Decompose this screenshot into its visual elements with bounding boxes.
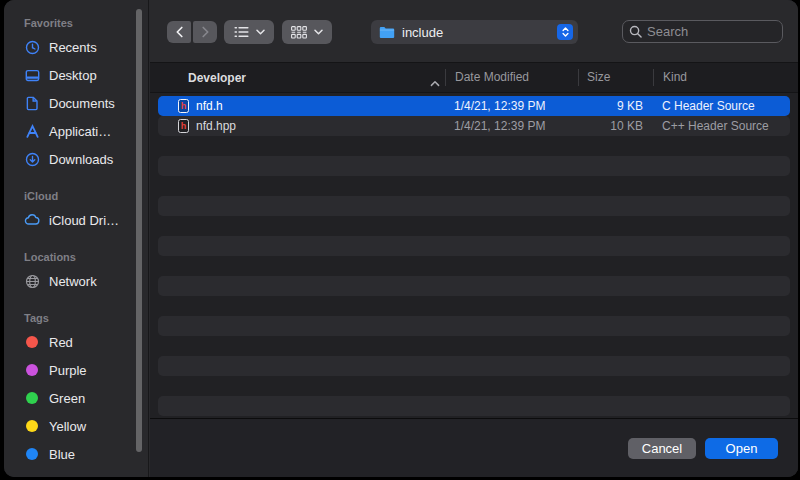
clock-icon bbox=[24, 39, 40, 55]
sidebar: Favorites Recents Desktop Documents Appl… bbox=[4, 0, 149, 477]
red-tag-icon bbox=[26, 336, 38, 348]
search-field[interactable] bbox=[622, 20, 783, 43]
file-size: 9 KB bbox=[578, 99, 653, 113]
empty-row bbox=[158, 396, 790, 416]
empty-row bbox=[158, 176, 790, 196]
empty-row bbox=[158, 276, 790, 296]
header-source-file-icon: h bbox=[178, 119, 189, 133]
sidebar-item-label: Green bbox=[49, 391, 85, 406]
sidebar-item-label: Yellow bbox=[49, 419, 86, 434]
chevron-down-icon bbox=[314, 29, 323, 35]
sidebar-item-tag-blue[interactable]: Blue bbox=[4, 440, 148, 468]
empty-row bbox=[158, 356, 790, 376]
sidebar-item-label: All Tags bbox=[49, 475, 94, 478]
main-panel: include Developer Date Modified bbox=[150, 0, 798, 477]
sidebar-item-label: Desktop bbox=[49, 68, 97, 83]
sidebar-item-label: Applicati… bbox=[49, 124, 111, 139]
sidebar-item-desktop[interactable]: Desktop bbox=[4, 61, 148, 89]
empty-row bbox=[158, 156, 790, 176]
list-view-button[interactable] bbox=[224, 20, 274, 44]
file-date-modified: 1/4/21, 12:39 PM bbox=[445, 119, 578, 133]
dialog-footer: Cancel Open bbox=[150, 418, 798, 477]
grid-view-icon bbox=[291, 26, 307, 39]
toolbar: include bbox=[150, 0, 798, 63]
sidebar-item-applications[interactable]: Applicati… bbox=[4, 117, 148, 145]
chevron-right-icon bbox=[201, 26, 210, 38]
folder-icon bbox=[379, 26, 395, 39]
sidebar-item-label: Purple bbox=[49, 363, 87, 378]
download-circle-icon bbox=[24, 151, 40, 167]
search-icon bbox=[629, 25, 642, 38]
search-input[interactable] bbox=[647, 24, 776, 39]
empty-row bbox=[158, 256, 790, 276]
column-header-size[interactable]: Size bbox=[578, 69, 653, 86]
empty-row bbox=[158, 136, 790, 156]
document-icon bbox=[24, 95, 40, 111]
green-tag-icon bbox=[26, 392, 38, 404]
sidebar-item-tag-green[interactable]: Green bbox=[4, 384, 148, 412]
file-kind: C Header Source bbox=[653, 99, 790, 113]
sidebar-scrollbar[interactable] bbox=[136, 9, 142, 452]
sidebar-item-tag-purple[interactable]: Purple bbox=[4, 356, 148, 384]
file-row-nfd-h[interactable]: h nfd.h 1/4/21, 12:39 PM 9 KB C Header S… bbox=[158, 96, 790, 116]
popup-chevrons-icon bbox=[557, 24, 573, 40]
sidebar-item-label: Recents bbox=[49, 40, 97, 55]
cancel-button[interactable]: Cancel bbox=[628, 438, 696, 459]
folder-select-value: include bbox=[402, 25, 550, 40]
blue-tag-icon bbox=[26, 448, 38, 460]
file-name: nfd.hpp bbox=[196, 119, 236, 133]
sidebar-section-locations: Locations bbox=[4, 251, 148, 264]
forward-button[interactable] bbox=[193, 21, 217, 43]
chevron-down-icon bbox=[256, 29, 265, 35]
file-size: 10 KB bbox=[578, 119, 653, 133]
sidebar-item-label: Downloads bbox=[49, 152, 113, 167]
icon-view-button[interactable] bbox=[282, 20, 332, 44]
sidebar-item-recents[interactable]: Recents bbox=[4, 33, 148, 61]
sidebar-item-documents[interactable]: Documents bbox=[4, 89, 148, 117]
empty-row bbox=[158, 336, 790, 356]
cloud-icon bbox=[24, 212, 40, 228]
sort-ascending-icon bbox=[430, 80, 440, 87]
sidebar-item-network[interactable]: Network bbox=[4, 267, 148, 295]
column-header-date-modified[interactable]: Date Modified bbox=[445, 69, 578, 86]
yellow-tag-icon bbox=[26, 420, 38, 432]
open-button[interactable]: Open bbox=[705, 438, 778, 459]
file-open-dialog: Favorites Recents Desktop Documents Appl… bbox=[4, 0, 798, 477]
header-source-file-icon: h bbox=[178, 99, 189, 113]
empty-row bbox=[158, 376, 790, 396]
sidebar-item-tag-yellow[interactable]: Yellow bbox=[4, 412, 148, 440]
empty-row bbox=[158, 296, 790, 316]
sidebar-item-label: Red bbox=[49, 335, 73, 350]
sidebar-section-tags: Tags bbox=[4, 312, 148, 325]
sidebar-section-icloud: iCloud bbox=[4, 190, 148, 203]
file-row-nfd-hpp[interactable]: h nfd.hpp 1/4/21, 12:39 PM 10 KB C++ Hea… bbox=[158, 116, 790, 136]
sidebar-item-label: Documents bbox=[49, 96, 115, 111]
chevron-left-icon bbox=[175, 26, 184, 38]
file-kind: C++ Header Source bbox=[653, 119, 790, 133]
purple-tag-icon bbox=[26, 364, 38, 376]
all-tags-icon bbox=[27, 477, 38, 478]
empty-row bbox=[158, 236, 790, 256]
file-list: h nfd.h 1/4/21, 12:39 PM 9 KB C Header S… bbox=[150, 92, 798, 418]
sidebar-item-all-tags[interactable]: All Tags bbox=[4, 468, 148, 477]
folder-select[interactable]: include bbox=[371, 20, 578, 44]
list-view-icon bbox=[234, 26, 249, 38]
sidebar-item-label: Blue bbox=[49, 447, 75, 462]
desktop-icon bbox=[24, 67, 40, 83]
list-column-headers: Developer Date Modified Size Kind bbox=[150, 63, 798, 93]
sidebar-item-downloads[interactable]: Downloads bbox=[4, 145, 148, 173]
empty-row bbox=[158, 216, 790, 236]
file-date-modified: 1/4/21, 12:39 PM bbox=[445, 99, 578, 113]
back-button[interactable] bbox=[167, 21, 191, 43]
column-header-developer[interactable]: Developer bbox=[150, 71, 445, 85]
sidebar-section-favorites: Favorites bbox=[4, 17, 148, 30]
sidebar-item-label: Network bbox=[49, 274, 97, 289]
appstore-icon bbox=[24, 123, 40, 139]
file-name: nfd.h bbox=[196, 99, 223, 113]
empty-row bbox=[158, 196, 790, 216]
globe-icon bbox=[24, 273, 40, 289]
empty-row bbox=[158, 316, 790, 336]
sidebar-item-icloud-drive[interactable]: iCloud Dri… bbox=[4, 206, 148, 234]
column-header-kind[interactable]: Kind bbox=[653, 69, 798, 86]
sidebar-item-tag-red[interactable]: Red bbox=[4, 328, 148, 356]
